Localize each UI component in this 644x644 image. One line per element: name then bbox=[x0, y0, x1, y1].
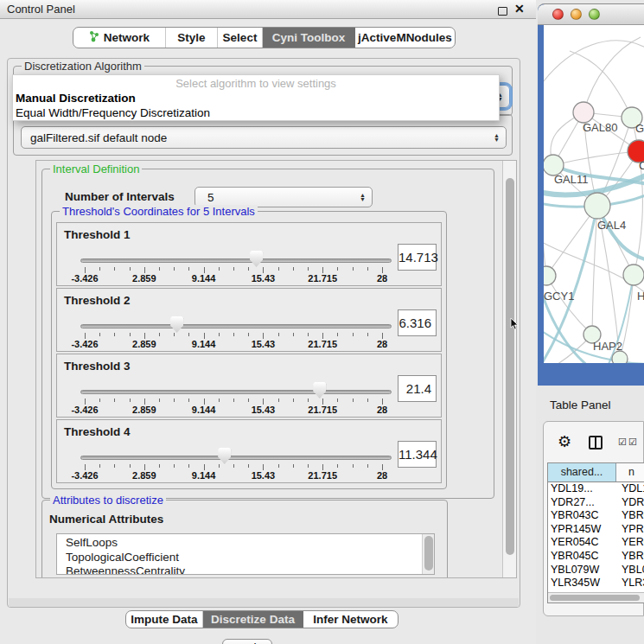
gear-icon[interactable]: ⚙ bbox=[558, 432, 571, 451]
checkbox-icon[interactable]: ☑ bbox=[618, 437, 627, 448]
slider-tick bbox=[308, 464, 309, 468]
table-row[interactable]: YPR145WYPR1 bbox=[548, 523, 644, 537]
slider-tick bbox=[85, 399, 86, 405]
threshold-panel: Threshold 1-3.4262.8599.14415.4321.71528… bbox=[56, 222, 442, 286]
close-traffic-light-icon[interactable] bbox=[552, 9, 564, 20]
threshold-label: Threshold 1 bbox=[64, 228, 131, 241]
checkbox-icon[interactable]: ☑ bbox=[628, 437, 637, 448]
table-row[interactable]: YBR045CYBR0 bbox=[548, 550, 644, 564]
network-node-gal80[interactable] bbox=[573, 102, 594, 123]
network-node-gcy1[interactable] bbox=[544, 266, 556, 285]
threshold-value-field[interactable]: 21.4 bbox=[398, 375, 437, 402]
apply-button[interactable]: Apply bbox=[222, 639, 272, 644]
list-item[interactable]: SelfLoops bbox=[57, 536, 434, 551]
threshold-label: Threshold 4 bbox=[64, 425, 131, 438]
zoom-traffic-light-icon[interactable] bbox=[589, 9, 600, 20]
table-data-select[interactable]: galFiltered.sif default node ▲▼ bbox=[21, 126, 507, 149]
list-scrollbar[interactable] bbox=[422, 534, 434, 574]
tab-impute-data[interactable]: Impute Data bbox=[126, 611, 202, 628]
list-item[interactable]: BetweennessCentrality bbox=[57, 564, 434, 575]
thresholds-group: Threshold's Coordinates for 5 Intervals … bbox=[51, 211, 447, 489]
slider-scale-label: 21.715 bbox=[308, 273, 337, 284]
minimize-traffic-light-icon[interactable] bbox=[571, 9, 582, 20]
threshold-value-field[interactable]: 11.344 bbox=[398, 441, 437, 468]
network-node[interactable] bbox=[612, 351, 628, 363]
slider-thumb[interactable] bbox=[250, 251, 263, 267]
slider-tick bbox=[130, 267, 131, 271]
threshold-value-field[interactable]: 6.316 bbox=[398, 309, 437, 336]
slider-tick bbox=[114, 267, 115, 271]
slider-thumb[interactable] bbox=[218, 448, 231, 464]
slider-track[interactable] bbox=[80, 390, 392, 394]
cell-shared-name: YLR345W bbox=[548, 577, 616, 590]
node-attribute-table[interactable]: shared... n YDL19...YDL1YDR27...YDR2YBR0… bbox=[547, 462, 644, 603]
tab-cyni-toolbox[interactable]: Cyni Toolbox bbox=[262, 28, 354, 48]
column-header-shared-name[interactable]: shared... bbox=[548, 463, 616, 481]
table-row[interactable]: YLR345WYLR3 bbox=[548, 577, 644, 590]
tab-label: Impute Data bbox=[131, 613, 197, 626]
algorithm-option[interactable]: Manual Discretization bbox=[13, 91, 499, 105]
cyni-toolbox-panel: Discretization Algorithm ▲▼ Table Data g… bbox=[7, 58, 520, 608]
slider-tick bbox=[204, 399, 205, 405]
table-row[interactable]: YDR27...YDR2 bbox=[548, 496, 644, 510]
tab-discretize-data[interactable]: Discretize Data bbox=[202, 611, 303, 628]
network-node-h[interactable] bbox=[623, 265, 644, 285]
list-item[interactable]: TopologicalCoefficient bbox=[57, 551, 434, 565]
network-node-label: G bbox=[635, 122, 644, 135]
network-node-gal4[interactable] bbox=[584, 193, 610, 219]
cell-name: YBL0 bbox=[616, 564, 644, 577]
slider-scale-label: 28 bbox=[377, 405, 387, 415]
slider-tick bbox=[188, 399, 189, 402]
column-header-name[interactable]: n bbox=[616, 463, 644, 481]
numerical-attributes-list[interactable]: SelfLoopsTopologicalCoefficientBetweenne… bbox=[56, 533, 435, 575]
table-row[interactable]: YBR043CYBR0 bbox=[548, 509, 644, 523]
panel-scrollbar[interactable] bbox=[502, 161, 516, 577]
tab-style[interactable]: Style bbox=[165, 28, 217, 48]
cell-shared-name: YDR27... bbox=[548, 496, 616, 510]
slider-scale-label: 28 bbox=[377, 273, 387, 284]
cell-shared-name: YBR043C bbox=[548, 509, 616, 523]
float-window-icon[interactable] bbox=[498, 7, 507, 16]
tab-select[interactable]: Select bbox=[217, 28, 262, 48]
slider-scale-label: 9.144 bbox=[192, 405, 216, 415]
slider-tick bbox=[144, 333, 145, 339]
slider-track[interactable] bbox=[80, 456, 392, 460]
algorithm-option[interactable]: Equal Width/Frequency Discretization bbox=[13, 105, 499, 120]
cell-shared-name: YPR145W bbox=[548, 523, 616, 537]
slider-thumb[interactable] bbox=[313, 382, 326, 399]
threshold-value-field[interactable]: 14.713 bbox=[398, 244, 437, 271]
table-row[interactable]: YBL079WYBL0 bbox=[548, 564, 644, 577]
slider-scale-label: 2.859 bbox=[132, 405, 156, 415]
network-canvas[interactable]: GAL80GCGAL11GAL4GCY1HHAP2 bbox=[544, 25, 644, 363]
tab-jactivemnodules[interactable]: jActiveMNodules bbox=[354, 28, 455, 48]
slider-tick bbox=[293, 464, 294, 468]
table-row[interactable]: YER054CYER0 bbox=[548, 536, 644, 550]
slider-thumb[interactable] bbox=[170, 316, 183, 333]
spinner-arrows-icon: ▲▼ bbox=[360, 193, 366, 201]
tab-infer-network[interactable]: Infer Network bbox=[303, 611, 398, 628]
slider-scale-label: 21.715 bbox=[308, 339, 337, 349]
interval-definition-group: Interval Definition Number of Intervals … bbox=[41, 169, 494, 499]
control-panel-titlebar: Control Panel ✕ bbox=[0, 0, 536, 19]
table-row[interactable]: YDL19...YDL1 bbox=[548, 482, 644, 496]
scrollbar-thumb[interactable] bbox=[424, 536, 433, 571]
close-icon[interactable]: ✕ bbox=[514, 2, 525, 16]
slider-scale-label: 21.715 bbox=[308, 470, 337, 481]
slider-track[interactable] bbox=[80, 324, 392, 328]
slider-tick bbox=[99, 267, 100, 271]
scrollbar-thumb[interactable] bbox=[506, 178, 514, 555]
algorithm-placeholder-option[interactable]: Select algorithm to view settings bbox=[13, 76, 499, 91]
slider-tick bbox=[233, 399, 234, 402]
slider-tick bbox=[337, 399, 338, 402]
slider-tick bbox=[382, 464, 383, 470]
slider-tick bbox=[263, 399, 264, 405]
slider-scale-label: 21.715 bbox=[308, 405, 337, 415]
slider-track[interactable] bbox=[80, 258, 392, 263]
split-columns-icon[interactable] bbox=[589, 436, 603, 450]
cell-shared-name: YBR045C bbox=[548, 550, 616, 564]
horizontal-scrollbar[interactable] bbox=[548, 592, 644, 603]
tab-label: Infer Network bbox=[313, 613, 387, 626]
slider-tick bbox=[130, 399, 131, 402]
scrollbar-thumb[interactable] bbox=[550, 595, 640, 601]
tab-network[interactable]: Network bbox=[73, 28, 165, 48]
